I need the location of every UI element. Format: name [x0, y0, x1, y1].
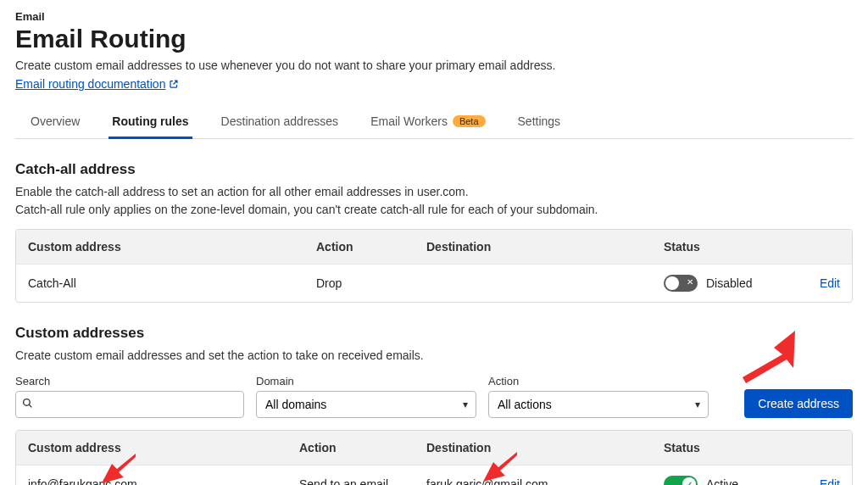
catchall-status-cell: Disabled [652, 265, 801, 302]
documentation-link-label: Email routing documentation [15, 77, 165, 91]
col-header-status: Status [652, 431, 801, 465]
custom-addresses-table: Custom address Action Destination Status… [15, 430, 853, 485]
catchall-edit-link[interactable]: Edit [820, 276, 840, 290]
catchall-table-header: Custom address Action Destination Status [16, 230, 852, 264]
catchall-table: Custom address Action Destination Status… [15, 229, 853, 303]
tab-email-workers-label: Email Workers [370, 114, 448, 128]
tab-bar: Overview Routing rules Destination addre… [15, 106, 853, 139]
table-row: info@farukgaric.com Send to an email far… [16, 465, 852, 485]
catchall-heading: Catch-all address [15, 161, 853, 178]
breadcrumb: Email [15, 10, 853, 23]
col-header-destination: Destination [415, 431, 652, 465]
documentation-link[interactable]: Email routing documentation [15, 77, 179, 91]
filters-row: Search Domain All domains Action All act… [15, 375, 853, 418]
search-icon [22, 398, 33, 411]
search-input[interactable] [15, 391, 244, 418]
action-filter-label: Action [488, 375, 709, 387]
catchall-destination-cell [415, 273, 652, 293]
catchall-action-cell: Drop [304, 266, 415, 300]
external-link-icon [169, 79, 179, 89]
search-label: Search [15, 375, 244, 387]
domain-filter-label: Domain [256, 375, 476, 387]
catchall-status-label: Disabled [706, 276, 752, 290]
tab-email-workers[interactable]: Email Workers Beta [367, 106, 488, 138]
catchall-row: Catch-All Drop Disabled Edit [16, 264, 852, 302]
custom-addresses-description: Create custom email addresses and set th… [15, 347, 853, 365]
action-cell: Send to an email [287, 467, 415, 485]
action-select[interactable]: All actions [488, 391, 709, 418]
status-cell: Active [652, 465, 801, 485]
tab-routing-rules[interactable]: Routing rules [108, 106, 192, 138]
col-header-action: Action [304, 230, 415, 264]
domain-select[interactable]: All domains [256, 391, 476, 418]
custom-table-header: Custom address Action Destination Status [16, 431, 852, 465]
col-header-action: Action [287, 431, 415, 465]
tab-destination-addresses[interactable]: Destination addresses [218, 106, 342, 138]
page-subtitle: Create custom email addresses to use whe… [15, 59, 853, 72]
col-header-custom-address: Custom address [16, 431, 287, 465]
destination-cell: faruk.garic@gmail.com [415, 467, 652, 485]
svg-line-1 [29, 404, 31, 407]
tab-settings[interactable]: Settings [515, 106, 565, 138]
catchall-address-cell: Catch-All [16, 266, 304, 300]
page-title: Email Routing [15, 25, 853, 53]
create-address-button[interactable]: Create address [744, 389, 853, 418]
edit-link[interactable]: Edit [820, 477, 840, 485]
col-header-destination: Destination [415, 230, 652, 264]
custom-address-cell: info@farukgaric.com [16, 467, 287, 485]
beta-badge: Beta [453, 115, 486, 127]
col-header-custom-address: Custom address [16, 230, 304, 264]
address-toggle[interactable] [664, 476, 698, 485]
status-label: Active [706, 477, 738, 485]
tab-overview[interactable]: Overview [27, 106, 83, 138]
catchall-description: Enable the catch-all address to set an a… [15, 183, 853, 219]
catchall-toggle[interactable] [664, 275, 698, 292]
custom-addresses-heading: Custom addresses [15, 325, 853, 342]
svg-point-0 [24, 399, 31, 406]
col-header-status: Status [652, 230, 801, 264]
